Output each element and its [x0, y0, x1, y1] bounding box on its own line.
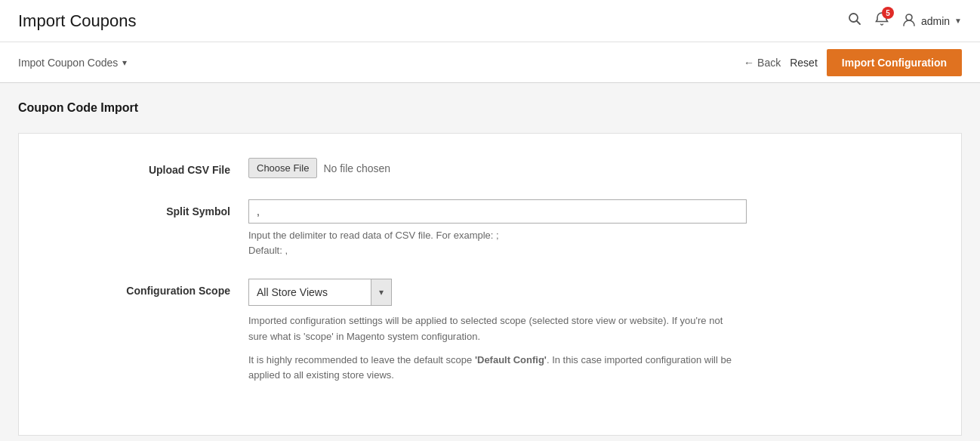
config-scope-control: All Store Views Default Config Main Webs…: [248, 279, 943, 384]
config-scope-label: Configuration Scope: [37, 279, 248, 297]
choose-file-button[interactable]: Choose File: [248, 158, 317, 178]
split-symbol-hint: Input the delimiter to read data of CSV …: [248, 228, 943, 258]
file-input-row: Choose File No file chosen: [248, 158, 943, 178]
split-symbol-label: Split Symbol: [37, 199, 248, 217]
toolbar: Impot Coupon Codes ▾ ← Back Reset Import…: [0, 42, 980, 83]
admin-user-menu[interactable]: admin ▼: [901, 12, 962, 29]
svg-line-1: [856, 21, 860, 25]
scope-hint-1: Imported configuration settings will be …: [248, 313, 732, 345]
back-arrow-icon: ←: [744, 57, 754, 69]
upload-csv-row: Upload CSV File Choose File No file chos…: [37, 158, 943, 178]
page-title: Import Coupons: [18, 11, 137, 31]
user-icon: [901, 12, 917, 29]
top-header-right: 5 admin ▼: [847, 11, 962, 30]
admin-username: admin: [921, 15, 950, 27]
scope-hint-2: It is highly recommended to leave the de…: [248, 353, 732, 384]
notification-count: 5: [882, 7, 894, 19]
notification-bell-button[interactable]: 5: [874, 11, 889, 30]
scope-dropdown-button[interactable]: ▾: [371, 279, 391, 305]
split-symbol-hint-line2: Default: ,: [248, 245, 288, 256]
config-scope-row: Configuration Scope All Store Views Defa…: [37, 279, 943, 384]
svg-point-2: [906, 14, 912, 20]
split-symbol-row: Split Symbol , Input the delimiter to re…: [37, 199, 943, 258]
no-file-text: No file chosen: [323, 162, 390, 174]
section-title: Coupon Code Import: [18, 101, 962, 115]
split-symbol-hint-line1: Input the delimiter to read data of CSV …: [248, 230, 499, 241]
reset-button[interactable]: Reset: [790, 57, 818, 69]
form-section: Upload CSV File Choose File No file chos…: [18, 133, 962, 436]
back-label: Back: [757, 57, 781, 69]
split-symbol-input[interactable]: ,: [248, 199, 747, 224]
split-symbol-control: , Input the delimiter to read data of CS…: [248, 199, 943, 258]
scope-select[interactable]: All Store Views Default Config Main Webs…: [249, 281, 371, 304]
main-content: Coupon Code Import Upload CSV File Choos…: [0, 83, 980, 441]
breadcrumb-dropdown-icon[interactable]: ▾: [122, 57, 127, 68]
toolbar-right: ← Back Reset Import Configuration: [744, 49, 962, 76]
scope-select-wrapper: All Store Views Default Config Main Webs…: [248, 279, 392, 306]
upload-csv-label: Upload CSV File: [37, 158, 248, 176]
upload-csv-control: Choose File No file chosen: [248, 158, 943, 178]
search-icon: [847, 11, 862, 26]
back-button[interactable]: ← Back: [744, 57, 781, 69]
toolbar-left: Impot Coupon Codes ▾: [18, 57, 127, 69]
search-button[interactable]: [847, 11, 862, 30]
import-configuration-button[interactable]: Import Configuration: [827, 49, 962, 76]
default-config-strong: 'Default Config': [475, 354, 547, 365]
admin-dropdown-arrow-icon: ▼: [954, 17, 962, 25]
top-header: Import Coupons 5 adm: [0, 0, 980, 42]
breadcrumb: Impot Coupon Codes: [18, 57, 118, 69]
